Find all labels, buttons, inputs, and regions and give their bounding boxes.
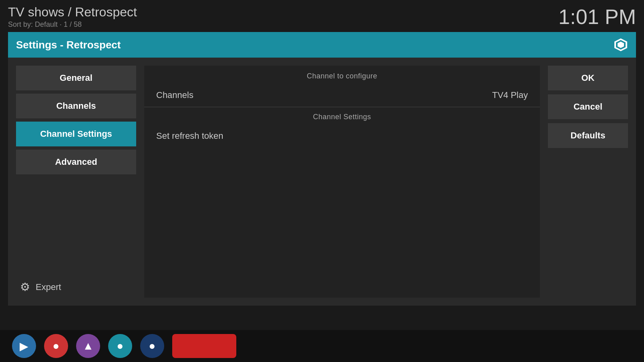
breadcrumb-title: TV shows / Retrospect [8,5,137,20]
set-refresh-token-row: Set refresh token [144,124,540,148]
top-bar: TV shows / Retrospect Sort by: Default ·… [0,0,644,32]
channels-label: Channels [156,90,193,100]
dialog-title: Settings - Retrospect [16,39,121,51]
defaults-button[interactable]: Defaults [548,123,628,148]
breadcrumb-subtitle: Sort by: Default · 1 / 58 [8,20,137,29]
main-content-panel: Channel to configure Channels TV4 Play C… [144,66,540,298]
clock-area: 1:01 PM [558,5,636,29]
taskbar-icon-3[interactable]: ▲ [76,334,100,358]
expert-label: Expert [36,282,61,292]
sidebar-btn-channels[interactable]: Channels [16,94,136,118]
sidebar: General Channels Channel Settings Advanc… [16,66,136,298]
taskbar-icon-6[interactable] [172,334,236,358]
clock: 1:01 PM [558,5,636,29]
gear-icon: ⚙ [20,280,30,294]
breadcrumb-area: TV shows / Retrospect Sort by: Default ·… [8,5,137,29]
sidebar-btn-general[interactable]: General [16,66,136,90]
dialog-body: General Channels Channel Settings Advanc… [8,58,636,306]
taskbar: ▶ ● ▲ ● ● [0,330,644,362]
sidebar-btn-advanced[interactable]: Advanced [16,150,136,174]
taskbar-icon-2[interactable]: ● [44,334,68,358]
settings-dialog: Settings - Retrospect General Channels C… [8,32,636,306]
channel-to-configure-header: Channel to configure [144,66,540,84]
expert-row: ⚙ Expert [16,276,136,298]
kodi-logo-icon [614,38,628,52]
taskbar-icon-5[interactable]: ● [140,334,164,358]
channels-value: TV4 Play [492,90,528,100]
sidebar-btn-channel-settings[interactable]: Channel Settings [16,122,136,146]
sidebar-spacer [16,178,136,273]
channels-row: Channels TV4 Play [144,84,540,107]
ok-button[interactable]: OK [548,66,628,90]
set-refresh-token-label: Set refresh token [156,131,223,141]
dialog-titlebar: Settings - Retrospect [8,32,636,58]
cancel-button[interactable]: Cancel [548,94,628,119]
taskbar-icon-1[interactable]: ▶ [12,334,36,358]
action-buttons: OK Cancel Defaults [548,66,628,298]
taskbar-icon-4[interactable]: ● [108,334,132,358]
channel-settings-header: Channel Settings [144,107,540,124]
